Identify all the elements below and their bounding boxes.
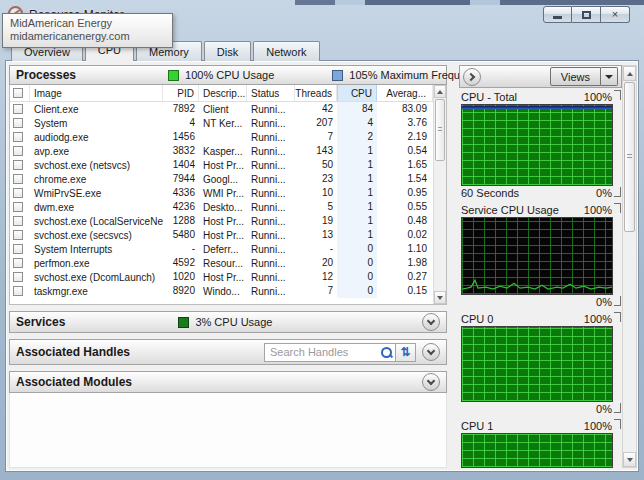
cell-threads: 7 <box>295 284 337 298</box>
row-checkbox[interactable] <box>13 272 23 282</box>
cell-average-cpu: 0.15 <box>377 284 433 298</box>
table-row[interactable]: avp.exe3832Kasper...Runni...14310.54 <box>10 144 433 158</box>
chevron-right-icon <box>467 72 475 80</box>
column-header-description[interactable]: Descrip... <box>199 85 247 101</box>
table-scrollbar[interactable] <box>433 85 446 304</box>
tab-network[interactable]: Network <box>253 41 319 61</box>
row-checkbox[interactable] <box>13 230 23 240</box>
select-all-checkbox[interactable] <box>13 88 23 98</box>
table-row[interactable]: audiodg.exe1456Runni...722.19 <box>10 130 433 144</box>
column-header-pid[interactable]: PID <box>163 85 199 101</box>
expand-services-button[interactable] <box>422 313 440 331</box>
scroll-down-button[interactable] <box>623 452 636 467</box>
row-checkbox-cell <box>10 104 30 114</box>
minimize-button[interactable] <box>543 6 572 23</box>
cell-pid: - <box>163 242 199 256</box>
table-row[interactable]: svchost.exe (DcomLaunch)1020Host Pr...Ru… <box>10 270 433 284</box>
row-checkbox[interactable] <box>13 244 23 254</box>
cell-status: Runni... <box>247 272 295 283</box>
expand-modules-button[interactable] <box>422 373 440 391</box>
scrollbar-thumb[interactable] <box>624 82 635 232</box>
search-all-handles-button[interactable]: ⇅ <box>396 343 416 362</box>
modules-title: Associated Modules <box>16 375 132 389</box>
row-checkbox[interactable] <box>13 216 23 226</box>
column-header-cpu[interactable]: CPU <box>337 85 377 101</box>
expand-handles-button[interactable] <box>422 343 440 361</box>
views-button[interactable]: Views <box>550 67 601 86</box>
scroll-up-button[interactable] <box>434 85 446 98</box>
modules-section-header[interactable]: Associated Modules <box>9 371 447 393</box>
cell-cpu: 1 <box>337 144 377 158</box>
cell-description: Host Pr... <box>199 216 247 227</box>
cell-status: Runni... <box>247 202 295 213</box>
row-checkbox[interactable] <box>13 132 23 142</box>
row-checkbox[interactable] <box>13 146 23 156</box>
table-row[interactable]: dwm.exe4236Deskto...Runni...510.55 <box>10 200 433 214</box>
row-checkbox[interactable] <box>13 174 23 184</box>
arrow-down-icon <box>627 458 633 462</box>
views-split-button: Views <box>550 67 618 86</box>
table-row[interactable]: chrome.exe7944Googl...Runni...2311.54 <box>10 172 433 186</box>
table-row[interactable]: WmiPrvSE.exe4336WMI Pr...Runni...1010.95 <box>10 186 433 200</box>
search-icon[interactable] <box>380 346 393 359</box>
cell-threads: 143 <box>295 144 337 158</box>
handles-section-header[interactable]: Associated Handles ⇅ <box>9 339 447 365</box>
views-dropdown-button[interactable] <box>601 67 618 86</box>
cell-pid: 7892 <box>163 102 199 116</box>
graph-max-label: 100% <box>584 91 612 103</box>
collapse-graphs-button[interactable] <box>463 68 481 86</box>
cell-status: Runni... <box>247 286 295 297</box>
column-header-average-cpu[interactable]: Averag... <box>377 85 433 101</box>
cell-description: Resour... <box>199 258 247 269</box>
table-row[interactable]: perfmon.exe4592Resour...Runni...2001.98 <box>10 256 433 270</box>
row-checkbox[interactable] <box>13 118 23 128</box>
table-row[interactable]: Client.exe7892ClientRunni...428483.09 <box>10 102 433 116</box>
table-row[interactable]: svchost.exe (netsvcs)1404Host Pr...Runni… <box>10 158 433 172</box>
cell-status: Runni... <box>247 258 295 269</box>
table-row[interactable]: taskmgr.exe8920Windo...Runni...700.15 <box>10 284 433 298</box>
cell-description: Deferr... <box>199 244 247 255</box>
cell-status: Runni... <box>247 216 295 227</box>
row-checkbox[interactable] <box>13 202 23 212</box>
services-section-header[interactable]: Services 3% CPU Usage <box>9 311 447 333</box>
tooltip-line1: MidAmerican Energy <box>10 17 165 30</box>
cell-cpu: 0 <box>337 284 377 298</box>
row-checkbox[interactable] <box>13 258 23 268</box>
column-header-threads[interactable]: Threads <box>295 85 337 101</box>
row-checkbox-cell <box>10 188 30 198</box>
row-checkbox[interactable] <box>13 160 23 170</box>
row-checkbox[interactable] <box>13 188 23 198</box>
search-handles-input[interactable] <box>270 346 380 358</box>
cell-average-cpu: 0.02 <box>377 228 433 242</box>
cell-threads: 12 <box>295 270 337 284</box>
close-button[interactable]: × <box>601 6 630 23</box>
table-row[interactable]: System4NT Ker...Runni...20743.76 <box>10 116 433 130</box>
row-checkbox-cell <box>10 216 30 226</box>
processes-section-header[interactable]: Processes 100% CPU Usage 105% Maximum Fr… <box>9 65 447 85</box>
row-checkbox-cell <box>10 174 30 184</box>
cell-image: chrome.exe <box>30 174 163 185</box>
row-checkbox[interactable] <box>13 104 23 114</box>
scroll-up-button[interactable] <box>623 66 636 81</box>
graph-max-label: 100% <box>584 420 612 432</box>
cell-threads: - <box>295 242 337 256</box>
scrollbar-track[interactable] <box>623 233 636 452</box>
scrollbar-thumb[interactable] <box>435 99 445 161</box>
scale-bracket <box>614 296 621 306</box>
tab-disk[interactable]: Disk <box>204 41 251 61</box>
scale-bracket <box>614 90 621 100</box>
table-row[interactable]: System Interrupts-Deferr...Runni...-01.1… <box>10 242 433 256</box>
row-checkbox-cell <box>10 118 30 128</box>
cell-pid: 4236 <box>163 200 199 214</box>
column-header-status[interactable]: Status <box>247 85 295 101</box>
cpu0-graph <box>461 326 613 402</box>
row-checkbox[interactable] <box>13 286 23 296</box>
column-header-image[interactable]: Image <box>30 85 163 101</box>
panel-scrollbar[interactable] <box>622 65 637 468</box>
table-row[interactable]: svchost.exe (secsvcs)5480Host Pr...Runni… <box>10 228 433 242</box>
scroll-down-button[interactable] <box>434 291 446 304</box>
cell-pid: 1456 <box>163 130 199 144</box>
scrollbar-track[interactable] <box>434 162 446 291</box>
maximize-button[interactable] <box>572 6 601 23</box>
table-row[interactable]: svchost.exe (LocalServiceNet...1288Host … <box>10 214 433 228</box>
